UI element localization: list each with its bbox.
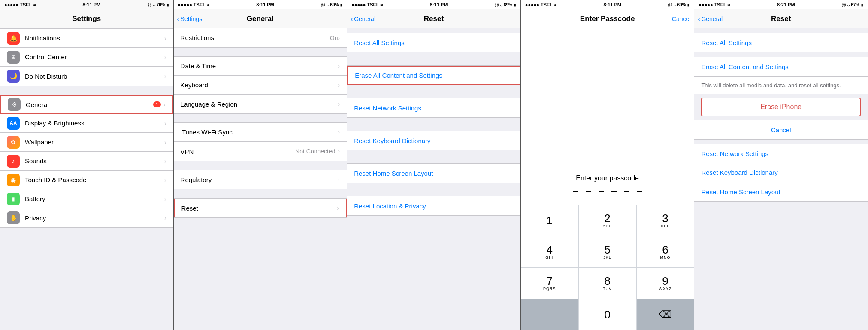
regulatory-label: Regulatory [181,176,338,183]
datetime-label: Date & Time [181,62,338,70]
general-icon: ⚙ [8,98,21,111]
nav-back-2[interactable]: ‹ Settings [177,15,203,23]
reset-item-network[interactable]: Reset Network Settings [347,98,520,117]
confirm-text-box: This will delete all media and data, and… [694,76,868,94]
reset5-network[interactable]: Reset Network Settings [694,144,868,163]
sounds-chevron: › [164,158,166,165]
settings-item-touchid[interactable]: ◉ Touch ID & Passcode › [0,171,173,189]
cancel-group: Cancel [694,120,868,140]
keyboard-label: Keyboard [181,81,338,89]
key-9[interactable]: 9 WXYZ [637,268,694,299]
general-item-itunes[interactable]: iTunes Wi-Fi Sync › [174,123,347,142]
status-center-3: 8:11 PM [430,2,448,7]
nav-back-3[interactable]: ‹ General [351,15,375,23]
key-1[interactable]: 1 [521,205,578,236]
key-4[interactable]: 4 GHI [521,236,578,267]
regulatory-chevron: › [338,176,340,183]
wallpaper-icon: ✿ [7,136,20,149]
general-item-reset[interactable]: Reset › [174,199,347,217]
settings-list-1[interactable]: 🔔 Notifications › ⊞ Control Center › 🌙 D… [0,28,173,330]
status-left-1: ●●●●● TSEL ≈ [4,2,36,7]
reset5-keyboard[interactable]: Reset Keyboard Dictionary [694,163,868,182]
general-label: General [26,101,153,108]
reset-item-keyboard[interactable]: Reset Keyboard Dictionary [347,131,520,150]
settings-group-1a: 🔔 Notifications › ⊞ Control Center › 🌙 D… [0,28,173,86]
reset-group-2: Erase All Content and Settings [347,65,520,85]
key-3-num: 3 [662,213,668,224]
reset5-all-settings[interactable]: Reset All Settings [694,33,868,52]
nav-cancel-4[interactable]: Cancel [672,15,691,22]
key-9-num: 9 [662,275,668,287]
settings-item-control-center[interactable]: ⊞ Control Center › [0,48,173,67]
reset5-group-2: Erase All Content and Settings [694,57,868,76]
key-8[interactable]: 8 TUV [579,268,636,299]
reset-item-location[interactable]: Reset Location & Privacy [347,196,520,215]
settings-item-notifications[interactable]: 🔔 Notifications › [0,29,173,48]
general-item-regulatory[interactable]: Regulatory › [174,170,347,189]
reset-item-all-settings[interactable]: Reset All Settings [347,33,520,52]
key-1-num: 1 [546,215,552,226]
restrictions-item[interactable]: Restrictions On › [174,28,347,47]
cancel-link: Cancel [771,126,791,134]
back-label-3: General [354,15,375,22]
key-7[interactable]: 7 PQRS [521,268,578,299]
reset5-homescreen[interactable]: Reset Home Screen Layout [694,182,868,201]
wallpaper-label: Wallpaper [25,138,164,146]
general-badge: 1 [153,101,161,107]
settings-item-sounds[interactable]: ♪ Sounds › [0,152,173,171]
reset-confirm-list[interactable]: Reset All Settings Erase All Content and… [694,28,868,330]
nav-title-2: General [247,15,274,23]
key-2-num: 2 [604,213,610,224]
key-3-letters: DEF [661,224,670,228]
reset5-group-1: Reset All Settings [694,33,868,52]
numpad: 1 2 ABC 3 DEF 4 GHI 5 JKL 6 MNO [521,205,694,330]
key-0[interactable]: 0 [579,299,636,330]
erase-iphone-button[interactable]: Erase iPhone [702,98,860,116]
key-3[interactable]: 3 DEF [637,205,694,236]
spacer-3c [347,126,520,131]
settings-item-wallpaper[interactable]: ✿ Wallpaper › [0,133,173,152]
key-5[interactable]: 5 JKL [579,236,636,267]
reset-item-homescreen[interactable]: Reset Home Screen Layout [347,164,520,183]
reset-item-erase[interactable]: Erase All Content and Settings [347,66,520,85]
reset-group-1: Reset All Settings [347,33,520,52]
reset-all-settings-link: Reset All Settings [354,39,514,46]
confirm-text: This will delete all media and data, and… [701,82,841,89]
dot-6 [637,191,642,192]
general-item-vpn[interactable]: VPN Not Connected › [174,142,347,161]
nav-title-4: Enter Passcode [580,15,635,23]
status-right-3: @ ⌵ 69% ▮ [495,3,516,7]
reset5-group-3: Reset Network Settings Reset Keyboard Di… [694,144,868,202]
battery-label: Battery [25,195,164,202]
key-6[interactable]: 6 MNO [637,236,694,267]
key-2[interactable]: 2 ABC [579,205,636,236]
key-delete[interactable]: ⌫ [637,299,694,330]
settings-item-general[interactable]: ⚙ General 1 › [0,95,173,114]
reset5-erase[interactable]: Erase All Content and Settings [694,57,868,76]
key-5-num: 5 [604,244,610,255]
status-bar-2: ●●●●● TSEL ≈ 8:11 PM @ ⌵ 69% ▮ [174,0,347,9]
settings-item-privacy[interactable]: ✋ Privacy › [0,208,173,227]
settings-item-dnd[interactable]: 🌙 Do Not Disturb › [0,67,173,86]
display-label: Display & Brightness [25,119,164,127]
settings-item-battery[interactable]: ▮ Battery › [0,189,173,208]
itunes-label: iTunes Wi-Fi Sync [181,128,338,136]
panel-settings-main: ●●●●● TSEL ≈ 8:11 PM @ ⌵ 70% ▮ Settings … [0,0,174,330]
panel-passcode: ●●●●● TSEL ≈ 8:11 PM @ ⌵ 69% ▮ Enter Pas… [521,0,695,330]
status-bar-1: ●●●●● TSEL ≈ 8:11 PM @ ⌵ 70% ▮ [0,0,173,9]
reset-list[interactable]: Reset All Settings Erase All Content and… [347,28,520,330]
touchid-chevron: › [164,177,166,183]
settings-list-2[interactable]: Restrictions On › Date & Time › Keyboard… [174,28,347,330]
key-7-letters: PQRS [543,287,556,291]
erase-link: Erase All Content and Settings [355,72,513,79]
settings-item-display[interactable]: AA Display & Brightness › [0,114,173,133]
key-4-letters: GHI [545,255,553,260]
control-center-icon: ⊞ [7,51,20,64]
nav-back-5[interactable]: ‹ General [698,15,723,23]
cancel-item[interactable]: Cancel [694,120,868,139]
status-bar-5: ●●●●● TSEL ≈ 8:21 PM @ ⌵ 67% ▮ [694,0,868,9]
general-item-datetime[interactable]: Date & Time › [174,57,347,76]
general-item-language[interactable]: Language & Region › [174,95,347,113]
key-9-letters: WXYZ [659,287,671,291]
general-item-keyboard[interactable]: Keyboard › [174,76,347,95]
